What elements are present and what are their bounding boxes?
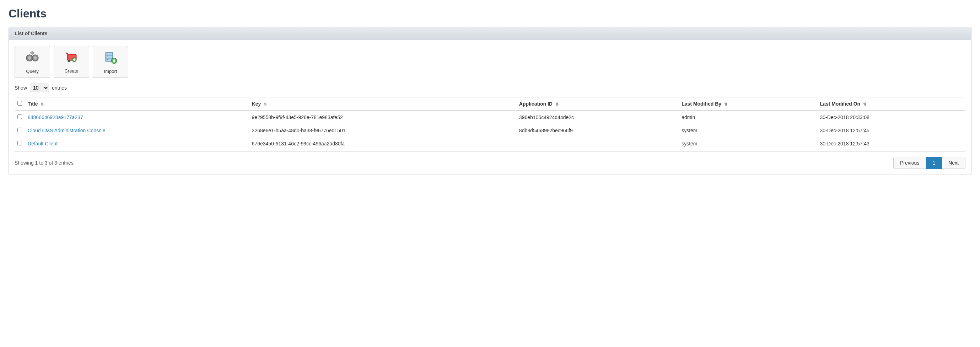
row-checkbox-cell (14, 137, 25, 150)
panel-header: List of Clients (9, 27, 971, 40)
table-body: 84866646928a9177a237 9e29558b-9f9f-43e5-… (14, 111, 966, 150)
svg-point-12 (68, 60, 70, 62)
next-button[interactable]: Next (942, 157, 966, 169)
row-application-id: 396eb105c4924d44de2c (516, 111, 679, 124)
svg-rect-16 (73, 59, 76, 60)
clients-panel: List of Clients (8, 27, 972, 175)
showing-text: Showing 1 to 3 of 3 entries (14, 160, 73, 166)
svg-rect-23 (107, 59, 108, 60)
row-last-modified-on: 30-Dec-2018 20:33:08 (817, 111, 966, 124)
query-icon (25, 50, 40, 67)
import-button[interactable]: Import (93, 46, 128, 78)
row-last-modified-by: system (679, 124, 817, 137)
row-application-id (516, 137, 679, 150)
page-1-button[interactable]: 1 (926, 157, 942, 169)
show-entries-row: Show 10 25 50 100 entries (14, 84, 966, 92)
row-title-link[interactable]: 84866646928a9177a237 (28, 115, 83, 120)
sort-modby-icon: ⇅ (724, 102, 727, 107)
row-title-link[interactable]: Default Client (28, 141, 57, 146)
import-label: Import (104, 68, 117, 74)
clients-table: Title ⇅ Key ⇅ Application ID ⇅ Last Modi… (14, 97, 966, 150)
row-last-modified-by: system (679, 137, 817, 150)
sort-title-icon: ⇅ (40, 102, 44, 107)
svg-rect-6 (32, 51, 33, 52)
svg-rect-4 (32, 57, 33, 59)
query-button[interactable]: Query (14, 46, 50, 78)
select-all-checkbox[interactable] (18, 101, 22, 106)
pagination: Previous 1 Next (893, 157, 966, 169)
table-header-row: Title ⇅ Key ⇅ Application ID ⇅ Last Modi… (14, 97, 966, 111)
col-key[interactable]: Key ⇅ (249, 97, 516, 111)
row-last-modified-on: 30-Dec-2018 12:57:45 (817, 124, 966, 137)
svg-rect-21 (107, 54, 108, 54)
row-last-modified-on: 30-Dec-2018 12:57:43 (817, 137, 966, 150)
row-key: 2268e6e1-b5aa-48d0-ba38-f96776ed1501 (249, 124, 516, 137)
col-title[interactable]: Title ⇅ (25, 97, 249, 111)
row-key: 9e29558b-9f9f-43e5-926e-781e983afe52 (249, 111, 516, 124)
col-last-modified-on[interactable]: Last Modified On ⇅ (817, 97, 966, 111)
row-title[interactable]: Cloud CMS Administration Console (25, 124, 249, 137)
row-title[interactable]: 84866646928a9177a237 (25, 111, 249, 124)
sort-modon-icon: ⇅ (863, 102, 866, 107)
create-button[interactable]: Create (54, 46, 89, 78)
sort-appid-icon: ⇅ (555, 102, 558, 107)
sort-key-icon: ⇅ (264, 102, 267, 107)
row-last-modified-by: admin (679, 111, 817, 124)
col-application-id[interactable]: Application ID ⇅ (516, 97, 679, 111)
col-last-modified-by[interactable]: Last Modified By ⇅ (679, 97, 817, 111)
select-all-header (14, 97, 25, 111)
row-checkbox-cell (14, 124, 25, 137)
svg-point-1 (28, 56, 31, 60)
table-row: Cloud CMS Administration Console 2268e6e… (14, 124, 966, 137)
svg-rect-7 (32, 54, 33, 55)
svg-rect-22 (107, 57, 108, 57)
query-label: Query (26, 68, 38, 74)
panel-body: Query (9, 40, 971, 175)
svg-rect-26 (114, 59, 115, 61)
entries-label: entries (52, 85, 67, 91)
row-title[interactable]: Default Client (25, 137, 249, 150)
row-checkbox[interactable] (18, 127, 22, 132)
row-title-link[interactable]: Cloud CMS Administration Console (28, 127, 105, 133)
toolbar: Query (14, 46, 966, 78)
svg-point-3 (33, 56, 37, 60)
entries-select[interactable]: 10 25 50 100 (30, 84, 49, 92)
row-key: 676e3450-6131-46c2-99cc-496aa2ad80fa (249, 137, 516, 150)
row-application-id: 8db8d5468982bec966f9 (516, 124, 679, 137)
create-icon (64, 51, 78, 66)
table-row: 84866646928a9177a237 9e29558b-9f9f-43e5-… (14, 111, 966, 124)
footer-row: Showing 1 to 3 of 3 entries Previous 1 N… (14, 151, 966, 169)
import-icon (103, 50, 118, 67)
row-checkbox[interactable] (18, 115, 22, 119)
show-label: Show (14, 85, 27, 91)
row-checkbox[interactable] (18, 141, 22, 145)
row-checkbox-cell (14, 111, 25, 124)
create-label: Create (64, 68, 78, 73)
table-row: Default Client 676e3450-6131-46c2-99cc-4… (14, 137, 966, 150)
previous-button[interactable]: Previous (893, 157, 926, 169)
page-title: Clients (8, 7, 972, 20)
